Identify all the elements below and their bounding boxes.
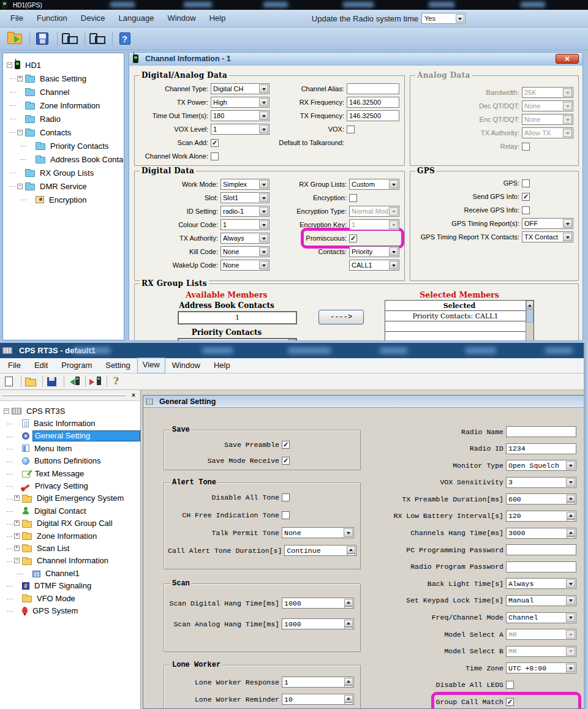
wakeup-code-select[interactable]: None (221, 260, 270, 271)
selected-member-row[interactable] (385, 332, 526, 341)
time-zone-select[interactable]: UTC +8:00 (506, 662, 576, 673)
colour-code-select[interactable]: 1 (221, 219, 270, 230)
selected-member-row[interactable] (385, 321, 526, 332)
gps-timing-report-s-select[interactable]: OFF (522, 218, 573, 229)
id-setting-select[interactable]: radio-1 (221, 206, 270, 217)
group-call-match-checkbox[interactable]: ✓ (506, 698, 514, 706)
channels-hang-time-ms-down-button[interactable] (567, 536, 575, 539)
open-file-button[interactable] (24, 375, 40, 388)
send-gps-info-checkbox[interactable]: ✓ (522, 193, 530, 201)
close-button[interactable]: ✕ (556, 54, 579, 64)
menu-item-window[interactable]: Window (165, 358, 207, 373)
ch-free-indication-tone-checkbox[interactable] (282, 511, 290, 519)
tree-expand-toggle[interactable]: + (14, 546, 20, 551)
tree-item-radio[interactable]: Radio (3, 112, 124, 126)
new-file-button[interactable] (2, 375, 18, 388)
tree-item-menu-item[interactable]: Menu Item (0, 442, 140, 454)
menu-item-window[interactable]: Window (160, 10, 202, 26)
contacts-call-select[interactable]: CALL1 (349, 260, 399, 271)
kill-code-select[interactable]: None (221, 246, 270, 257)
menu-item-language[interactable]: Language (112, 10, 161, 26)
tree-expand-toggle[interactable]: + (14, 495, 20, 501)
read-from-radio-button[interactable] (60, 29, 82, 48)
tree-item-address-book-conta[interactable]: Address Book Conta (3, 152, 124, 166)
relay-checkbox[interactable] (522, 143, 530, 151)
freq-channel-mode-select[interactable]: Channel (506, 612, 576, 623)
tree-item-channel1[interactable]: Channel1 (0, 567, 140, 579)
menu-item-setting[interactable]: Setting (99, 358, 137, 373)
channel-work-alone-checkbox[interactable] (211, 152, 219, 160)
rx-group-lists-select[interactable]: Custom (349, 179, 399, 190)
encryption-checkbox[interactable] (349, 194, 357, 202)
set-keypad-lock-time-s-select[interactable]: Manual (506, 595, 576, 606)
promiscuous-checkbox[interactable]: ✓ (349, 234, 357, 242)
help-button[interactable]: ? (115, 29, 137, 48)
scan-analog-hang-time-ms-up-button[interactable] (344, 620, 353, 627)
rx-low-battery-interval-s-spinner[interactable]: 120 (506, 511, 576, 522)
tree-item-privacy-setting[interactable]: Privacy Setting (0, 479, 140, 492)
rx-low-battery-interval-s-up-button[interactable] (567, 512, 575, 519)
call-alert-tone-duration-s-up-button[interactable] (347, 546, 355, 553)
tree-expand-toggle[interactable]: − (7, 62, 12, 68)
tree-expand-toggle[interactable]: − (4, 408, 9, 414)
vox-level-select[interactable]: 1 (211, 124, 270, 135)
channels-hang-time-ms-up-button[interactable] (567, 529, 575, 536)
vox-sensitivity-select[interactable]: 3 (506, 477, 576, 488)
write-to-radio-button[interactable] (88, 375, 104, 388)
tree-item-priority-contacts[interactable]: Priority Contacts (3, 139, 124, 152)
slot-select[interactable]: Slot1 (221, 192, 270, 203)
menu-item-edit[interactable]: Edit (28, 358, 55, 373)
menu-item-file[interactable]: File (4, 10, 30, 26)
save-button[interactable] (32, 29, 55, 48)
radio-program-password-input[interactable] (506, 561, 576, 572)
scan-analog-hang-time-ms-spinner[interactable]: 1000 (282, 618, 354, 629)
tree-expand-toggle[interactable]: + (14, 520, 20, 526)
menu-item-program[interactable]: Program (55, 358, 99, 373)
tree-item-cps-rt3s[interactable]: −CPS RT3S (0, 405, 140, 417)
tree-item-encryption[interactable]: Encryption (3, 193, 124, 206)
tree-item-gps-system[interactable]: GPS System (0, 604, 140, 617)
menu-item-file[interactable]: File (1, 358, 28, 373)
radio-id-input[interactable]: 1234 (506, 443, 576, 454)
time-out-timer-s-select[interactable]: 180 (211, 110, 270, 121)
tx-power-select[interactable]: High (211, 97, 270, 108)
tx-preamble-duration-ms-down-button[interactable] (567, 502, 575, 505)
scan-digital-hang-time-ms-spinner[interactable]: 1000 (282, 598, 354, 609)
menu-item-view[interactable]: View (137, 358, 165, 373)
panel-close-button[interactable]: × (129, 391, 138, 399)
radio-name-input[interactable] (506, 426, 576, 437)
tree-item-hd1[interactable]: −HD1 (3, 58, 124, 72)
save-button[interactable] (45, 375, 61, 388)
call-alert-tone-duration-s-spinner[interactable]: Continue (284, 545, 356, 556)
scan-digital-hang-time-ms-up-button[interactable] (344, 599, 353, 606)
tree-item-buttons-definitions[interactable]: Buttons Definitions (0, 455, 140, 467)
tree-item-vfo-mode[interactable]: VFO Mode (0, 592, 140, 604)
update-radio-time-select[interactable]: Yes (421, 13, 466, 24)
scan-digital-hang-time-ms-down-button[interactable] (344, 606, 353, 609)
lone-worker-response-down-button[interactable] (344, 685, 353, 688)
tree-expand-toggle[interactable]: − (14, 558, 20, 563)
vox-checkbox[interactable] (347, 126, 355, 133)
tree-item-text-message[interactable]: Text Message (0, 467, 140, 479)
tree-item-zone-information[interactable]: +Zone Information (0, 530, 140, 542)
save-mode-receive-checkbox[interactable]: ✓ (282, 457, 290, 465)
tree-item-digital-contact[interactable]: Digital Contact (0, 505, 140, 517)
tree-item-scan-list[interactable]: +Scan List (0, 542, 140, 554)
call-alert-tone-duration-s-down-button[interactable] (347, 553, 355, 556)
tree-expand-toggle[interactable]: − (17, 184, 23, 189)
open-file-button[interactable] (5, 29, 27, 48)
tree-item-basic-information[interactable]: Basic Information (0, 417, 140, 429)
tree-item-contacts[interactable]: −Contacts (3, 126, 124, 139)
tree-item-general-setting[interactable]: General Setting (0, 430, 140, 442)
pc-programming-password-input[interactable] (506, 544, 576, 555)
tree-expand-toggle[interactable]: + (17, 76, 23, 81)
lone-worker-reminder-spinner[interactable]: 10 (282, 694, 354, 705)
contacts-select[interactable]: Priority (349, 246, 399, 257)
tree-expand-toggle[interactable]: − (17, 130, 23, 135)
tree-item-dmr-service[interactable]: −DMR Service (3, 179, 124, 193)
panel-gripper[interactable] (2, 394, 126, 396)
scrollbar-thumb[interactable] (526, 309, 533, 323)
lone-worker-reminder-down-button[interactable] (344, 702, 353, 705)
read-from-radio-button[interactable] (67, 375, 83, 388)
scroll-up-button[interactable] (526, 301, 533, 309)
